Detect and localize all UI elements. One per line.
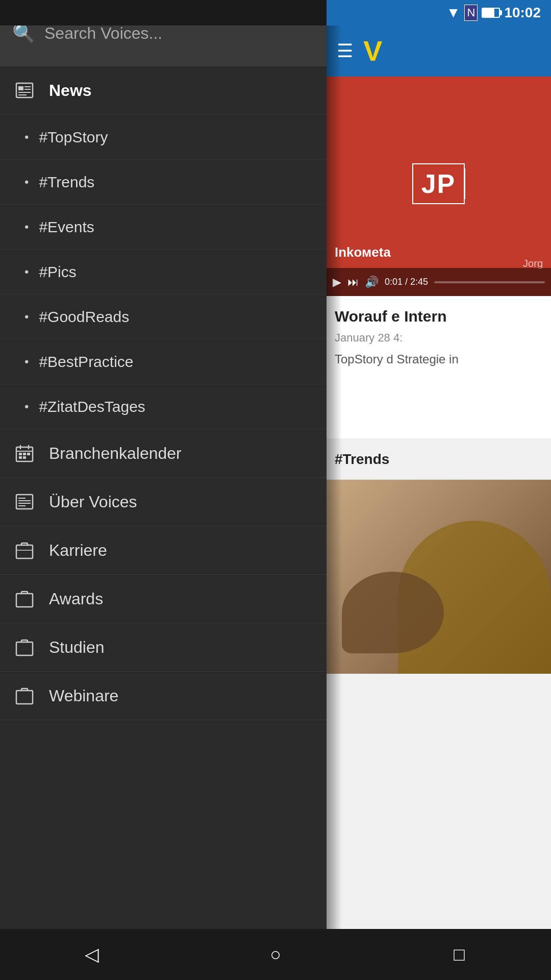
wifi-icon: ▼ — [446, 5, 461, 21]
svg-rect-22 — [16, 594, 33, 607]
battery-icon — [482, 8, 500, 18]
trends-label: #Trends — [39, 174, 94, 191]
svg-rect-12 — [27, 453, 30, 455]
svg-rect-13 — [19, 456, 22, 459]
video-progress-bar[interactable] — [434, 281, 545, 283]
home-button[interactable]: ○ — [250, 939, 301, 970]
webinare-icon — [12, 683, 37, 708]
svg-rect-14 — [23, 456, 26, 459]
branchenkalender-label: Branchenkalender — [49, 444, 182, 463]
svg-rect-20 — [16, 545, 33, 558]
news-icon — [12, 78, 37, 103]
trends-header-label: #Trends — [335, 451, 389, 468]
sidebar-item-events[interactable]: • #Events — [0, 205, 327, 250]
svg-rect-11 — [23, 453, 26, 455]
article-excerpt: TopStory d Strategie in — [335, 351, 543, 368]
sidebar-item-topstory[interactable]: • #TopStory — [0, 115, 327, 160]
article-title: Worauf e Intern — [335, 306, 543, 326]
article-date: January 28 4: — [335, 331, 543, 345]
jp-divider — [464, 168, 465, 199]
status-time: 10:02 — [504, 5, 541, 21]
bestpractice-label: #BestPractice — [39, 353, 133, 371]
bullet-icon: • — [24, 400, 29, 414]
article-info: Worauf e Intern January 28 4: TopStory d… — [327, 296, 551, 439]
search-icon: 🔍 — [12, 22, 35, 44]
goodreads-label: #GoodReads — [39, 308, 129, 326]
search-input[interactable] — [44, 24, 314, 43]
svg-rect-10 — [19, 453, 22, 455]
karriere-label: Karriere — [49, 541, 107, 560]
pics-label: #Pics — [39, 263, 76, 281]
animal-body — [342, 572, 444, 653]
video-time: 0:01 / 2:45 — [385, 277, 428, 287]
uber-voices-label: Über Voices — [49, 493, 137, 511]
inkometer-label: Inkомeta — [335, 244, 391, 260]
topstory-label: #TopStory — [39, 129, 108, 146]
bullet-icon: • — [24, 310, 29, 324]
bullet-icon: • — [24, 265, 29, 279]
info-icon — [12, 489, 37, 514]
sidebar-item-trends[interactable]: • #Trends — [0, 160, 327, 205]
status-bar: ▼ N 10:02 — [327, 0, 551, 26]
next-button[interactable]: ⏭ — [347, 276, 359, 289]
sidebar-item-webinare[interactable]: Webinare — [0, 672, 327, 720]
sound-button[interactable]: 🔊 — [365, 276, 379, 289]
bullet-icon: • — [24, 355, 29, 369]
video-controls[interactable]: ▶ ⏭ 🔊 0:01 / 2:45 — [327, 268, 551, 296]
sidebar-item-karriere[interactable]: Karriere — [0, 526, 327, 575]
trends-section-header: #Trends — [327, 439, 551, 480]
studien-label: Studien — [49, 638, 105, 657]
sidebar-item-goodreads[interactable]: • #GoodReads — [0, 295, 327, 339]
drawer-shadow — [327, 0, 342, 980]
sidebar-item-awards[interactable]: Awards — [0, 575, 327, 623]
sidebar-item-bestpractice[interactable]: • #BestPractice — [0, 339, 327, 384]
zitatdestages-label: #ZitatDesTages — [39, 398, 145, 415]
bullet-icon: • — [24, 130, 29, 144]
header-bar: ☰ V — [327, 26, 551, 77]
status-icons: ▼ N 10:02 — [446, 5, 541, 21]
svg-rect-15 — [16, 495, 33, 509]
karriere-icon — [12, 538, 37, 562]
svg-rect-24 — [16, 691, 33, 704]
sidebar: 🔍 News • #TopStory • #Trends • #Events •… — [0, 0, 327, 980]
video-card[interactable]: JP Inkомeta Jorg ▶ ⏭ 🔊 0:01 / 2:45 — [327, 71, 551, 296]
trends-image — [327, 480, 551, 674]
recents-button[interactable]: □ — [434, 939, 485, 970]
sidebar-item-pics[interactable]: • #Pics — [0, 250, 327, 295]
events-label: #Events — [39, 218, 94, 236]
awards-label: Awards — [49, 590, 103, 608]
content-panel: #TopStory JP Inkомeta Jorg ▶ ⏭ 🔊 0:01 / … — [327, 26, 551, 980]
bottom-nav: ◁ ○ □ — [0, 929, 551, 980]
svg-rect-23 — [16, 642, 33, 655]
awards-icon — [12, 586, 37, 611]
status-bar-left — [0, 0, 327, 26]
sidebar-item-zitatdestages[interactable]: • #ZitatDesTages — [0, 384, 327, 429]
news-label: News — [49, 81, 92, 100]
sidebar-item-uber-voices[interactable]: Über Voices — [0, 478, 327, 526]
sidebar-item-news[interactable]: News — [0, 66, 327, 115]
bullet-icon: • — [24, 175, 29, 189]
sidebar-item-branchenkalender[interactable]: Branchenkalender — [0, 429, 327, 478]
calendar-icon — [12, 441, 37, 465]
svg-rect-1 — [18, 86, 23, 90]
jp-logo: JP — [412, 163, 465, 204]
bullet-icon: • — [24, 220, 29, 234]
webinare-label: Webinare — [49, 687, 118, 705]
sim-icon: N — [464, 5, 478, 21]
app-logo: V — [363, 37, 382, 65]
studien-icon — [12, 635, 37, 659]
sidebar-item-studien[interactable]: Studien — [0, 623, 327, 672]
back-button[interactable]: ◁ — [66, 939, 117, 970]
